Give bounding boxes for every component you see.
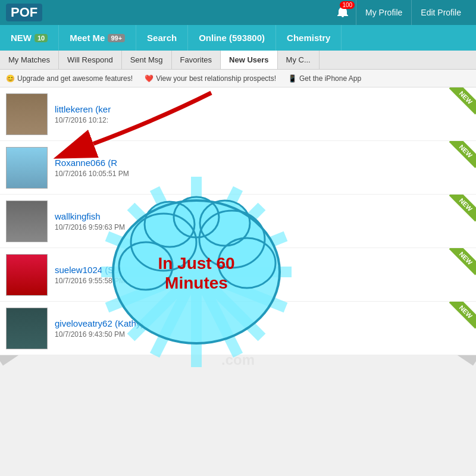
profile-row[interactable]: suelew1024 (Sue) 10/7/2016 9:55:58 PM NE…	[0, 248, 476, 302]
subnav-new-users[interactable]: New Users	[221, 51, 277, 70]
new-badge-wrap: NEW	[443, 302, 476, 334]
profile-list: littlekeren (ker 10/7/2016 10:12: NEW Ro…	[0, 87, 476, 355]
profile-name[interactable]: wallkingfish	[55, 211, 470, 221]
profile-row[interactable]: Roxanne066 (R 10/7/2016 10:05:51 PM NEW	[0, 141, 476, 195]
new-label: NEW	[449, 141, 476, 168]
subnav-sent-msg[interactable]: Sent Msg	[122, 51, 172, 70]
new-badge-wrap: NEW	[443, 248, 476, 281]
notification-icon[interactable]: 100	[336, 4, 350, 21]
profile-date: 10/7/2016 10:12:	[55, 116, 470, 124]
profile-info: suelew1024 (Sue) 10/7/2016 9:55:58 PM	[55, 265, 470, 285]
profile-date: 10/7/2016 9:55:58 PM	[55, 277, 470, 285]
nav-item-new[interactable]: NEW 10	[0, 25, 59, 51]
profile-name[interactable]: giveloveatry62 (Kathy)	[55, 318, 470, 328]
notification-badge: 100	[340, 1, 355, 9]
promo-upgrade-text: Upgrade and get awesome features!	[17, 74, 133, 83]
new-label: NEW	[449, 302, 476, 328]
profile-date: 10/7/2016 9:59:63 PM	[55, 223, 470, 231]
subnav-my-matches[interactable]: My Matches	[0, 51, 59, 70]
promo-upgrade-icon: 😊	[6, 74, 15, 83]
profile-info: Roxanne066 (R 10/7/2016 10:05:51 PM	[55, 158, 470, 178]
nav-item-meetme[interactable]: Meet Me 99+	[59, 25, 136, 51]
content-area: Scrapers Bots .com littlekeren (ker 10/7…	[0, 87, 476, 476]
nav-item-search[interactable]: Search	[136, 25, 188, 51]
profile-name[interactable]: littlekeren (ker	[55, 104, 470, 114]
profile-info: giveloveatry62 (Kathy) 10/7/2016 9:43:50…	[55, 318, 470, 339]
meetme-badge: 99+	[108, 34, 125, 42]
avatar	[6, 308, 48, 349]
avatar	[6, 254, 48, 296]
promo-phone-icon: 📱	[288, 74, 297, 83]
nav-item-online[interactable]: Online (593800)	[188, 25, 276, 51]
new-label: NEW	[449, 195, 476, 221]
promo-iphone[interactable]: 📱 Get the iPhone App	[288, 74, 361, 83]
profile-name[interactable]: suelew1024 (Sue)	[55, 265, 470, 275]
profile-info: littlekeren (ker 10/7/2016 10:12:	[55, 104, 470, 124]
avatar	[6, 147, 48, 189]
profile-date: 10/7/2016 9:43:50 PM	[55, 330, 470, 339]
profile-row[interactable]: littlekeren (ker 10/7/2016 10:12: NEW	[0, 87, 476, 141]
new-badge-wrap: NEW	[443, 87, 476, 120]
profile-name[interactable]: Roxanne066 (R	[55, 158, 470, 168]
promo-relationship[interactable]: ❤️ View your best relationship prospects…	[145, 74, 276, 83]
new-badge-wrap: NEW	[443, 195, 476, 227]
avatar	[6, 93, 48, 135]
subnav-my-c[interactable]: My C...	[278, 51, 320, 70]
header-right: 100 My Profile Edit Profile	[336, 0, 470, 25]
new-label: NEW	[449, 87, 476, 114]
my-profile-button[interactable]: My Profile	[356, 0, 411, 25]
logo[interactable]: POF	[6, 4, 42, 21]
subnav-will-respond[interactable]: Will Respond	[59, 51, 122, 70]
profile-date: 10/7/2016 10:05:51 PM	[55, 170, 470, 178]
promo-iphone-text: Get the iPhone App	[299, 74, 361, 83]
promo-upgrade[interactable]: 😊 Upgrade and get awesome features!	[6, 74, 133, 83]
profile-row[interactable]: giveloveatry62 (Kathy) 10/7/2016 9:43:50…	[0, 302, 476, 355]
profile-row[interactable]: wallkingfish 10/7/2016 9:59:63 PM NEW	[0, 195, 476, 248]
subnav: My Matches Will Respond Sent Msg Favorit…	[0, 51, 476, 70]
avatar	[6, 201, 48, 242]
new-label: NEW	[449, 248, 476, 275]
new-badge-wrap: NEW	[443, 141, 476, 174]
promo-relationship-text: View your best relationship prospects!	[156, 74, 276, 83]
header: POF 100 My Profile Edit Profile	[0, 0, 476, 25]
profile-info: wallkingfish 10/7/2016 9:59:63 PM	[55, 211, 470, 231]
subnav-favorites[interactable]: Favorites	[172, 51, 221, 70]
nav-item-chemistry[interactable]: Chemistry	[276, 25, 342, 51]
navbar: NEW 10 Meet Me 99+ Search Online (593800…	[0, 25, 476, 51]
promo-bar: 😊 Upgrade and get awesome features! ❤️ V…	[0, 70, 476, 87]
promo-heart-icon: ❤️	[145, 74, 154, 83]
new-badge: 10	[35, 34, 48, 42]
edit-profile-button[interactable]: Edit Profile	[411, 0, 470, 25]
